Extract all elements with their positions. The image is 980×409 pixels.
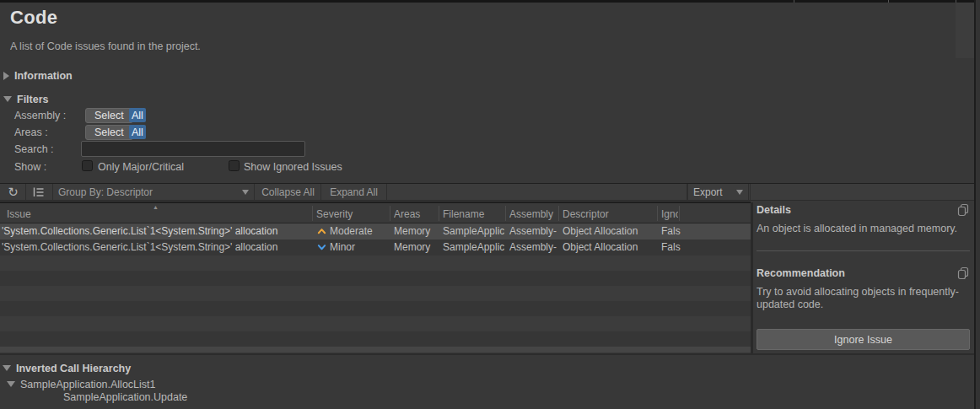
filters-label: Filters — [17, 94, 49, 105]
page-subtitle: A list of Code issues found in the proje… — [10, 40, 201, 52]
assembly-all-button[interactable]: All — [129, 108, 146, 122]
empty-table-stripe — [0, 331, 751, 347]
hierarchy-list-icon — [32, 186, 45, 198]
chevron-right-icon — [3, 72, 9, 80]
column-separator[interactable] — [439, 206, 439, 221]
tab-separator — [888, 0, 889, 3]
severity-moderate-icon — [317, 227, 326, 235]
filename-cell: SampleApplic — [443, 223, 504, 239]
toolbar-separator — [750, 184, 751, 200]
horizontal-scrollbar[interactable] — [0, 347, 751, 352]
only-major-critical-label: Only Major/Critical — [98, 161, 184, 173]
export-label: Export — [693, 186, 723, 198]
column-header-assembly[interactable]: Assembly — [509, 208, 556, 220]
chevron-down-icon — [7, 381, 15, 387]
areas-all-button[interactable]: All — [129, 125, 146, 139]
dropdown-arrow-icon — [242, 190, 249, 195]
toolbar-separator — [386, 184, 387, 200]
ignore-issue-button[interactable]: Ignore Issue — [757, 329, 970, 350]
inverted-call-hierarchy-foldout[interactable]: Inverted Call Hierarchy — [3, 362, 131, 374]
details-title: Details — [757, 204, 791, 216]
empty-table-stripe — [0, 271, 751, 286]
chevron-down-icon — [3, 365, 11, 371]
inverted-call-hierarchy-label: Inverted Call Hierarchy — [16, 363, 131, 374]
column-separator[interactable] — [390, 206, 390, 221]
column-header-filename[interactable]: Filename — [443, 208, 503, 220]
assembly-cell: Assembly- — [509, 239, 557, 256]
page-title: Code — [10, 7, 57, 29]
window-right-edge — [974, 0, 980, 409]
issues-toolbar: ↻ Group By: Descriptor Collapse All Expa… — [0, 183, 974, 201]
tab-separator — [794, 0, 794, 3]
column-header-issue[interactable]: Issue — [7, 208, 309, 220]
assembly-filter-label: Assembly : — [14, 110, 66, 121]
refresh-button[interactable]: ↻ — [2, 184, 24, 200]
severity-cell: Moderate — [330, 225, 373, 237]
empty-table-stripe — [0, 256, 751, 271]
tree-node-root[interactable]: SampleApplication.AllocList1 — [7, 378, 156, 390]
column-separator[interactable] — [558, 206, 559, 221]
view-hierarchy-button[interactable] — [26, 184, 51, 200]
only-major-critical-checkbox[interactable] — [82, 160, 93, 171]
issue-row[interactable]: 'System.Collections.Generic.List`1<Syste… — [0, 239, 751, 256]
ignored-cell: Fals — [661, 223, 681, 239]
empty-table-stripe — [0, 316, 751, 331]
issue-cell: 'System.Collections.Generic.List`1<Syste… — [2, 223, 310, 239]
refresh-icon: ↻ — [8, 186, 19, 198]
panel-divider — [751, 202, 753, 354]
filters-foldout[interactable]: Filters — [3, 93, 49, 105]
details-divider — [757, 250, 970, 251]
information-label: Information — [14, 70, 73, 82]
expand-all-button[interactable]: Expand All — [321, 184, 386, 200]
tree-node-label: SampleApplication.AllocList1 — [20, 379, 156, 390]
show-ignored-issues-label: Show Ignored Issues — [244, 161, 342, 173]
group-by-dropdown[interactable]: Group By: Descriptor — [52, 184, 255, 200]
collapse-all-button[interactable]: Collapse All — [256, 184, 320, 200]
dropdown-arrow-icon — [736, 190, 743, 195]
severity-minor-icon — [317, 243, 326, 251]
tree-node-child[interactable]: SampleApplication.Update — [63, 391, 187, 403]
column-separator[interactable] — [657, 206, 658, 221]
panel-corner-block — [956, 3, 975, 58]
issue-row[interactable]: 'System.Collections.Generic.List`1<Syste… — [0, 223, 751, 239]
assembly-cell: Assembly- — [509, 223, 557, 239]
show-label: Show : — [14, 161, 46, 173]
column-separator[interactable] — [312, 206, 313, 221]
column-header-areas[interactable]: Areas — [394, 208, 436, 220]
column-separator[interactable] — [679, 206, 680, 221]
column-header-ignored[interactable]: Ignored — [661, 208, 678, 220]
areas-filter-label: Areas : — [14, 126, 48, 138]
areas-cell: Memory — [394, 223, 438, 239]
show-ignored-issues-checkbox[interactable] — [229, 160, 240, 171]
issue-cell: 'System.Collections.Generic.List`1<Syste… — [2, 239, 310, 256]
descriptor-cell: Object Allocation — [563, 223, 655, 239]
recommendation-text: Try to avoid allocating objects in frequ… — [757, 286, 972, 311]
search-label: Search : — [14, 143, 54, 155]
descriptor-cell: Object Allocation — [563, 239, 655, 256]
column-header-severity[interactable]: Severity — [316, 208, 387, 220]
assembly-select-button[interactable]: Select — [85, 108, 133, 123]
areas-cell: Memory — [394, 239, 438, 256]
empty-table-stripe — [0, 301, 751, 316]
window-top-edge — [0, 0, 980, 3]
severity-cell: Minor — [330, 241, 355, 253]
empty-table-stripe — [0, 286, 751, 301]
filename-cell: SampleApplic — [443, 239, 504, 256]
chevron-down-icon — [3, 96, 12, 102]
section-divider — [0, 353, 974, 355]
ignored-cell: Fals — [661, 239, 681, 256]
column-header-descriptor[interactable]: Descriptor — [563, 208, 654, 220]
issues-table-header: ▲ Issue Severity Areas Filename Assembly… — [0, 203, 751, 223]
export-dropdown[interactable]: Export — [687, 184, 749, 200]
search-input[interactable] — [81, 141, 305, 157]
areas-select-button[interactable]: Select — [85, 125, 133, 140]
information-foldout[interactable]: Information — [3, 69, 73, 82]
copy-icon[interactable] — [956, 266, 970, 280]
column-separator[interactable] — [505, 206, 506, 221]
details-text: An object is allocated in managed memory… — [757, 223, 972, 235]
copy-icon[interactable] — [956, 203, 970, 217]
recommendation-title: Recommendation — [757, 267, 845, 279]
group-by-value: Group By: Descriptor — [58, 186, 153, 198]
